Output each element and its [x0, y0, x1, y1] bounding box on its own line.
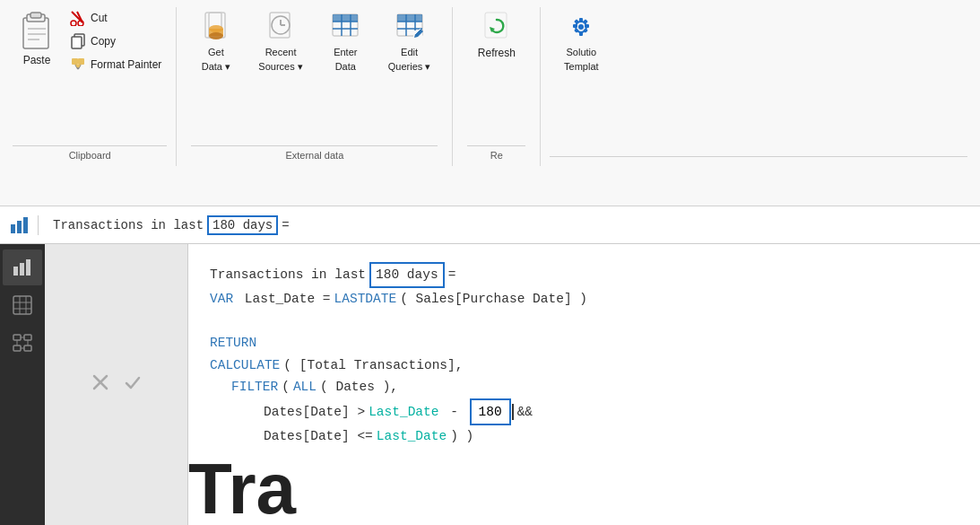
format-painter-label: Format Painter	[91, 58, 161, 71]
cut-button[interactable]: Cut	[65, 7, 167, 29]
svg-rect-67	[24, 335, 31, 340]
get-data-label2: Data ▾	[202, 61, 230, 73]
enter-data-icon	[331, 11, 360, 43]
dax-line-3	[210, 310, 958, 332]
solution-templates-button[interactable]: Solutio Templat	[550, 7, 612, 75]
enter-data-button[interactable]: Enter Data	[321, 7, 370, 75]
formula-icons	[0, 215, 39, 235]
external-data-group: Get Data ▾ Recent Sources ▾	[177, 7, 453, 166]
dax-filter-args: (	[282, 376, 290, 398]
main-area: Transactions in last 180 days = VAR Last…	[0, 244, 980, 525]
svg-rect-56	[17, 221, 22, 233]
dax-lastdate-args: ( Sales[Purchase Date] )	[400, 288, 587, 311]
external-data-items: Get Data ▾ Recent Sources ▾	[191, 7, 438, 142]
dax-return-keyword: RETURN	[210, 332, 256, 354]
refresh-label: Refresh	[478, 47, 516, 59]
refresh-icon	[482, 11, 511, 43]
close-icon	[91, 373, 109, 391]
svg-rect-12	[72, 58, 78, 65]
dax-line1-highlight: 180 days	[369, 262, 445, 288]
text-cursor	[512, 404, 514, 420]
refresh-button[interactable]: Refresh	[467, 7, 525, 63]
dax-line1-prefix: Transactions in last	[210, 264, 366, 286]
svg-rect-57	[23, 217, 28, 233]
dax-all-fn: ALL	[293, 376, 317, 398]
sidebar-nav	[0, 244, 45, 525]
nav-item-report[interactable]	[3, 249, 42, 285]
copy-button[interactable]: Copy	[65, 31, 167, 52]
svg-rect-13	[78, 58, 84, 65]
bar-chart-icon	[9, 215, 29, 235]
ribbon-toolbar: Paste Cut	[0, 0, 980, 166]
dax-line-7: Dates[Date] > Last_Date - 180 &&	[210, 398, 958, 426]
edit-queries-button[interactable]: Edit Queries ▾	[381, 7, 438, 76]
recent-sources-label2: Sources ▾	[258, 61, 302, 73]
confirm-formula-button[interactable]	[120, 370, 145, 399]
dax-dates-date: Dates[Date] >	[264, 401, 365, 424]
nav-item-data[interactable]	[3, 287, 42, 323]
cut-label: Cut	[91, 12, 108, 24]
dax-dates-date-2: Dates[Date] <=	[264, 425, 373, 448]
svg-rect-69	[24, 346, 31, 351]
nav-item-model[interactable]	[3, 325, 42, 361]
svg-point-8	[71, 21, 76, 26]
checkmark-icon	[124, 373, 142, 391]
paste-button[interactable]: Paste	[13, 7, 61, 70]
data-icon	[13, 295, 32, 315]
model-icon	[13, 333, 32, 353]
svg-rect-32	[351, 14, 358, 22]
solutions-items: Solutio Templat	[550, 7, 967, 153]
report-icon	[13, 258, 32, 277]
get-data-icon	[202, 11, 230, 43]
cut-icon	[70, 10, 86, 26]
svg-rect-55	[11, 224, 15, 233]
get-data-button[interactable]: Get Data ▾	[191, 7, 240, 76]
refresh-group-label: Re	[467, 145, 525, 166]
solution-templates-icon	[567, 11, 595, 43]
dax-var-name: Last_Date =	[237, 288, 330, 311]
content-left	[45, 244, 188, 525]
dax-last-date-1: Last_Date	[369, 401, 438, 424]
copy-label: Copy	[91, 35, 116, 48]
svg-rect-60	[26, 259, 30, 276]
dax-close-parens: ) )	[450, 425, 473, 448]
recent-sources-button[interactable]: Recent Sources ▾	[251, 7, 309, 76]
dax-lastdate-fn: LASTDATE	[334, 288, 397, 311]
formula-content: Transactions in last 180 days =	[39, 215, 980, 235]
cancel-formula-button[interactable]	[88, 370, 113, 399]
external-data-label: External data	[191, 145, 438, 166]
svg-rect-68	[13, 346, 21, 351]
dax-all-args: ( Dates ),	[320, 376, 398, 398]
svg-rect-48	[579, 31, 583, 36]
dax-line-8: Dates[Date] <= Last_Date ) )	[210, 425, 958, 448]
recent-sources-icon	[266, 11, 295, 43]
dax-and-and: &&	[517, 401, 533, 424]
solution-templates-label2: Templat	[564, 61, 599, 72]
dax-line-6: FILTER ( ALL ( Dates ),	[210, 376, 958, 398]
formula-equals: =	[282, 218, 289, 232]
dax-180-value: 180	[470, 398, 511, 426]
format-painter-button[interactable]: Format Painter	[65, 54, 167, 75]
svg-rect-39	[406, 14, 415, 22]
clipboard-group: Paste Cut	[4, 7, 177, 166]
formula-bar: Transactions in last 180 days =	[0, 206, 980, 244]
paste-icon	[20, 11, 54, 50]
svg-rect-50	[585, 24, 589, 28]
refresh-group: Refresh Re	[453, 7, 541, 166]
dax-editor[interactable]: Transactions in last 180 days = VAR Last…	[188, 244, 980, 525]
svg-rect-2	[30, 13, 41, 18]
edit-queries-label: Edit	[401, 47, 418, 57]
dax-line1-equals: =	[448, 264, 456, 286]
dax-line-1: Transactions in last 180 days =	[210, 262, 958, 288]
solutions-group: Solutio Templat	[541, 7, 976, 166]
enter-data-label: Enter	[334, 47, 357, 57]
svg-rect-49	[573, 24, 577, 28]
enter-data-label2: Data	[335, 61, 356, 72]
svg-point-20	[209, 32, 223, 39]
dax-minus: -	[442, 401, 465, 424]
solutions-group-label	[550, 156, 967, 166]
svg-rect-61	[13, 296, 31, 314]
paste-label: Paste	[23, 54, 51, 66]
svg-rect-30	[333, 14, 342, 22]
large-background-text: Tra	[188, 453, 296, 525]
